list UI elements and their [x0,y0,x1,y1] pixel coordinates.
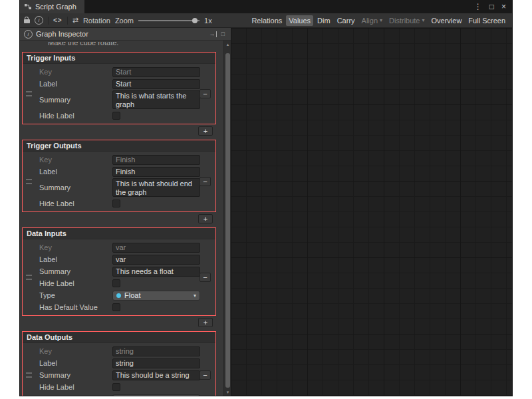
label-row: Label [23,78,215,90]
type-row: Type Float ▾ [23,289,215,301]
zoom-slider-track [138,20,200,21]
has-default-value-checkbox[interactable] [112,303,120,311]
hide-label-checkbox[interactable] [112,279,120,287]
section-title: Trigger Inputs [23,53,215,64]
hide-label-row: Hide Label [23,110,215,122]
remove-item-button[interactable]: − [200,177,211,186]
scroll-up-icon[interactable]: ▴ [227,41,229,47]
dock-right-icon[interactable]: → [209,31,217,37]
script-graph-window: Script Graph ⋮ □ × i <> ⇄ Rotation Zoom … [20,0,512,396]
scroll-down-icon[interactable]: ▾ [227,389,229,395]
script-graph-icon [24,3,32,11]
key-row: Key [23,241,215,253]
chevron-down-icon: ▾ [380,17,382,23]
zoom-label: Zoom [115,17,134,25]
chevron-down-icon: ▾ [194,293,196,299]
type-value: Float [124,291,140,299]
summary-row: Summary [23,265,215,277]
drag-handle-icon[interactable] [26,180,32,184]
label-row: Label [23,253,215,265]
hide-label-row: Hide Label [23,381,215,393]
panel-title: Graph Inspector [36,30,88,38]
window-menu-icon[interactable]: ⋮ [474,2,482,11]
remove-item-button[interactable]: − [200,273,211,282]
scrollbar-thumb[interactable] [225,53,230,388]
label-input[interactable] [112,358,200,368]
add-item-button[interactable]: + [198,126,213,136]
label-input[interactable] [112,167,200,177]
label-row: Label [23,357,215,369]
drag-handle-icon[interactable] [26,373,32,378]
section-title: Data Inputs [23,228,215,239]
drag-handle-icon[interactable] [26,275,32,280]
view-options-group: Relations Values Dim Carry Align ▾ Distr… [249,15,508,26]
info-icon[interactable]: i [35,16,43,25]
zoom-slider-knob[interactable] [192,18,198,23]
toolbar-button-carry[interactable]: Carry [334,15,358,26]
key-row: Key [23,345,215,357]
window-titlebar: Script Graph ⋮ □ × [20,0,512,13]
panel-header-icons: → □ [209,31,225,37]
tab-title: Script Graph [35,3,76,11]
toolbar-button-full-screen[interactable]: Full Screen [466,15,508,26]
summary-input[interactable]: This is what starts the graph [112,90,200,109]
label-input[interactable] [112,255,200,265]
graph-canvas[interactable] [231,28,512,396]
hide-label-checkbox[interactable] [112,200,120,207]
summary-input[interactable]: This is what should end the graph [112,178,200,197]
hide-label-checkbox[interactable] [112,383,120,391]
drag-handle-icon[interactable] [26,92,32,96]
type-dropdown[interactable]: Float ▾ [112,291,200,301]
hide-label-row: Hide Label [23,277,215,289]
toolbar-button-relations[interactable]: Relations [249,15,285,26]
type-color-dot [116,293,121,298]
list-footer: + [20,124,223,136]
remove-item-button[interactable]: − [200,89,211,98]
remove-item-button[interactable]: − [200,370,211,380]
key-input [112,67,200,77]
main-area: i Graph Inspector → □ Make the cube rota… [20,28,512,396]
summary-input[interactable] [112,370,200,380]
type-value: String [124,395,144,396]
add-item-button[interactable]: + [198,318,213,327]
section-data-inputs: Data Inputs Key Label [22,227,216,316]
type-dropdown[interactable]: String ▾ [112,394,200,396]
type-row: Type String ▾ [23,393,215,396]
toolbar-button-dim[interactable]: Dim [315,15,333,26]
has-default-value-row: Has Default Value [23,301,215,313]
hide-label-row: Hide Label [23,198,215,209]
label-row: Label [23,166,215,178]
toolbar-button-values[interactable]: Values [286,15,313,26]
close-icon[interactable]: × [501,2,506,11]
list-footer: + [20,316,223,328]
list-item: Key Label Summary [23,239,215,315]
list-item: Key Label Summary [23,343,215,396]
summary-row: Summary This is what should end the grap… [23,178,215,198]
maximize-icon[interactable]: □ [489,2,494,11]
toolbar-button-distribute: Distribute ▾ [386,15,427,26]
key-input [112,155,200,165]
zoom-value: 1x [204,17,212,25]
toolbar-separator [48,17,49,25]
toolbar-button-overview[interactable]: Overview [429,15,465,26]
panel-options-icon[interactable]: □ [221,31,225,37]
toolbar-button-align: Align ▾ [359,15,385,26]
tab-script-graph[interactable]: Script Graph [20,0,84,13]
code-icon[interactable]: <> [53,17,63,24]
label-input[interactable] [112,79,200,89]
section-trigger-outputs: Trigger Outputs Key Label [22,140,216,212]
add-item-button[interactable]: + [198,214,213,223]
key-input [112,243,200,253]
info-icon: i [24,30,33,39]
inspector-content: Make the cube rotate. Trigger Inputs Key [20,41,223,396]
summary-row: Summary [23,369,215,381]
summary-input[interactable] [112,267,200,277]
list-item: Key Label Summary This is what starts th… [23,64,215,124]
hide-label-checkbox[interactable] [112,112,120,120]
rotation-icon[interactable]: ⇄ [72,16,78,25]
key-input [112,346,200,356]
zoom-slider[interactable] [138,17,200,25]
summary-row: Summary This is what starts the graph [23,90,215,110]
key-row: Key [23,154,215,166]
lock-icon[interactable] [24,19,30,23]
